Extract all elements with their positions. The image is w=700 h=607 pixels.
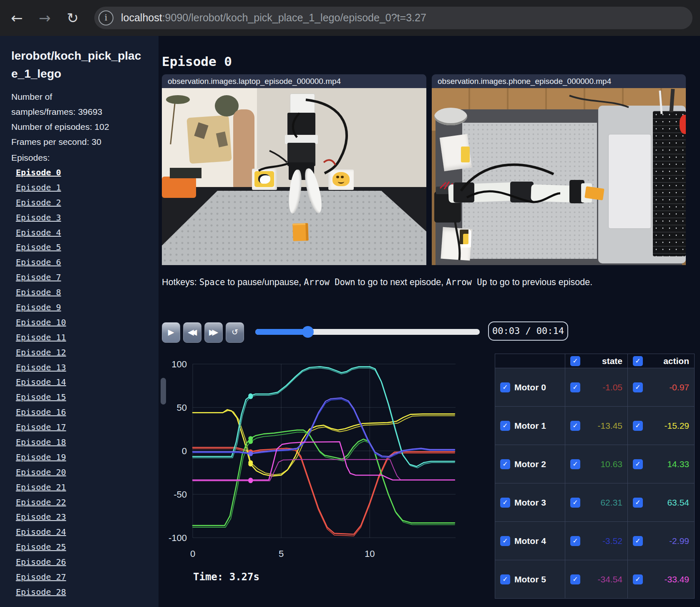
motor-row-checkbox[interactable]: ✓ — [500, 421, 510, 431]
motor-action-cell: ✓-15.29 — [628, 407, 695, 445]
browser-back-icon[interactable]: ← — [11, 8, 23, 28]
scrollbar-thumb[interactable] — [161, 378, 166, 405]
motor-action-value: -33.49 — [643, 574, 689, 584]
address-bar[interactable]: i localhost:9090/lerobot/koch_pick_place… — [94, 7, 692, 29]
state-column-label: state — [580, 356, 622, 366]
episode-list: Episode 0Episode 1Episode 2Episode 3Epis… — [16, 165, 154, 600]
motor-action-checkbox[interactable]: ✓ — [633, 421, 643, 431]
chart-line-motor-4-state — [193, 399, 455, 458]
video-frame-phone[interactable] — [432, 88, 686, 265]
sidebar-episode-link[interactable]: Episode 8 — [16, 285, 154, 300]
x-tick-label: 0 — [190, 549, 195, 559]
rewind-button[interactable]: ◀◀ — [183, 322, 201, 343]
sidebar-episode-link[interactable]: Episode 17 — [16, 420, 154, 435]
play-button[interactable]: ▶ — [162, 322, 180, 343]
current-time-dot — [248, 450, 253, 454]
motor-row-checkbox[interactable]: ✓ — [500, 382, 510, 392]
current-time-dot — [248, 460, 253, 465]
sidebar-episode-link[interactable]: Episode 11 — [16, 330, 154, 345]
fast-forward-icon: ▶▶ — [209, 323, 215, 341]
motor-action-checkbox[interactable]: ✓ — [633, 382, 643, 392]
sidebar-episode-link[interactable]: Episode 2 — [16, 195, 154, 210]
time-display: 00:03 / 00:14 — [488, 321, 568, 341]
sidebar-episode-link[interactable]: Episode 4 — [16, 225, 154, 240]
y-tick-label: -100 — [169, 533, 187, 543]
motor-action-cell: ✓-33.49 — [628, 560, 695, 599]
motor-state-checkbox[interactable]: ✓ — [570, 459, 580, 469]
sidebar-episode-link[interactable]: Episode 15 — [16, 390, 154, 405]
sidebar-episode-link[interactable]: Episode 19 — [16, 450, 154, 465]
sidebar-episode-link[interactable]: Episode 20 — [16, 465, 154, 480]
motor-action-cell: ✓-2.99 — [628, 522, 695, 560]
chart-time-label: Time: 3.27s — [193, 571, 259, 583]
sidebar-episode-link[interactable]: Episode 22 — [16, 495, 154, 510]
action-column-checkbox[interactable]: ✓ — [633, 356, 643, 366]
sidebar-episode-link[interactable]: Episode 13 — [16, 360, 154, 375]
sidebar-episode-link[interactable]: Episode 10 — [16, 315, 154, 330]
url-text[interactable]: localhost:9090/lerobot/koch_pick_place_1… — [121, 12, 426, 24]
fast-forward-button[interactable]: ▶▶ — [204, 322, 223, 343]
hotkeys-text: Hotkeys: — [162, 277, 199, 287]
video-frame-laptop[interactable] — [162, 88, 426, 265]
sidebar-episode-link[interactable]: Episode 26 — [16, 555, 154, 570]
sidebar-episode-link[interactable]: Episode 16 — [16, 405, 154, 420]
sidebar-episode-link[interactable]: Episode 14 — [16, 375, 154, 390]
sidebar-episode-link[interactable]: Episode 9 — [16, 300, 154, 315]
url-path: :9090/lerobot/koch_pick_place_1_lego/epi… — [162, 12, 426, 23]
dataset-info-line: samples/frames: 39693 — [11, 104, 149, 119]
sidebar-episode-link[interactable]: Episode 5 — [16, 240, 154, 255]
loop-button[interactable]: ↺ — [226, 322, 244, 343]
sidebar-episode-link[interactable]: Episode 3 — [16, 210, 154, 225]
seek-slider-thumb[interactable] — [302, 326, 314, 338]
motor-state-checkbox[interactable]: ✓ — [570, 382, 580, 392]
hotkeys-text: Arrow Down — [304, 277, 355, 287]
sidebar-episode-link[interactable]: Episode 28 — [16, 585, 154, 600]
dataset-info-line: Frames per second: 30 — [11, 134, 149, 149]
x-tick-label: 10 — [365, 549, 375, 559]
motor-state-checkbox[interactable]: ✓ — [570, 421, 580, 431]
hotkeys-text: to go to next episode, — [355, 277, 446, 287]
motor-state-cell: ✓-34.54 — [565, 560, 628, 599]
sidebar-episode-link[interactable]: Episode 25 — [16, 540, 154, 555]
chart-line-motor-5-action — [193, 442, 455, 480]
browser-reload-icon[interactable]: ↻ — [67, 8, 79, 28]
current-time-dot — [248, 393, 253, 398]
motor-state-checkbox[interactable]: ✓ — [570, 536, 580, 546]
sidebar-episode-link[interactable]: Episode 27 — [16, 570, 154, 585]
y-tick-label: 0 — [182, 446, 187, 456]
motor-state-cell: ✓10.63 — [565, 445, 628, 483]
sidebar-episode-link[interactable]: Episode 12 — [16, 345, 154, 360]
motor-action-checkbox[interactable]: ✓ — [633, 459, 643, 469]
motor-state-checkbox[interactable]: ✓ — [570, 574, 580, 584]
chart-line-motor-1-action — [193, 410, 455, 476]
motor-state-checkbox[interactable]: ✓ — [570, 498, 580, 508]
y-tick-label: 50 — [177, 402, 187, 413]
sidebar-episode-link[interactable]: Episode 0 — [16, 165, 154, 180]
robot-arm-top-overlay — [432, 88, 686, 265]
current-time-dot — [248, 478, 253, 482]
motor-row-checkbox[interactable]: ✓ — [500, 459, 510, 469]
hotkeys-text: Space — [199, 277, 225, 287]
sidebar-episode-link[interactable]: Episode 7 — [16, 270, 154, 285]
hotkeys-text: Arrow Up — [446, 277, 487, 287]
browser-forward-icon[interactable]: → — [39, 8, 51, 28]
sidebar-episode-link[interactable]: Episode 18 — [16, 435, 154, 450]
sidebar-episode-link[interactable]: Episode 21 — [16, 480, 154, 495]
motor-state-value: -1.05 — [580, 382, 622, 392]
motor-action-checkbox[interactable]: ✓ — [633, 498, 643, 508]
state-column-checkbox[interactable]: ✓ — [570, 356, 580, 366]
sidebar-episode-link[interactable]: Episode 1 — [16, 180, 154, 195]
chart-line-motor-5-state — [193, 460, 455, 481]
sidebar-episode-link[interactable]: Episode 23 — [16, 510, 154, 525]
motor-row-checkbox[interactable]: ✓ — [500, 498, 510, 508]
motor-row-checkbox[interactable]: ✓ — [500, 536, 510, 546]
motor-action-checkbox[interactable]: ✓ — [633, 536, 643, 546]
sidebar-episode-link[interactable]: Episode 6 — [16, 255, 154, 270]
sidebar-episode-link[interactable]: Episode 24 — [16, 525, 154, 540]
page-info-icon[interactable]: i — [98, 10, 113, 25]
motor-row-label-cell: ✓Motor 5 — [495, 560, 565, 599]
motor-row-checkbox[interactable]: ✓ — [500, 574, 510, 584]
seek-slider[interactable] — [255, 329, 480, 335]
motor-action-checkbox[interactable]: ✓ — [633, 574, 643, 584]
chart-line-motor-4-action — [193, 398, 455, 456]
